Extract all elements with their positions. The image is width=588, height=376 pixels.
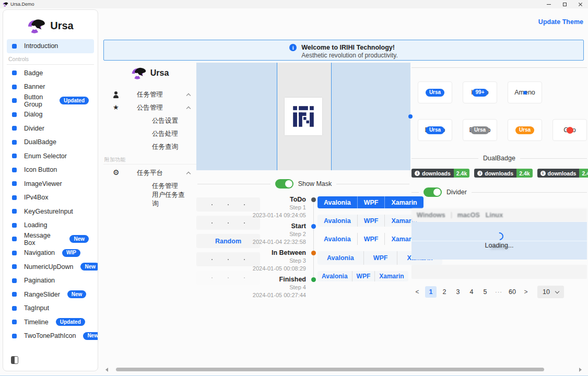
nav-menu-item[interactable]: 任务查询 [103, 140, 196, 154]
sidebar-item[interactable]: Icon Button [7, 163, 94, 177]
divider-line [411, 67, 587, 68]
bullet-icon [12, 126, 17, 131]
maximize-button[interactable] [557, 0, 572, 8]
button-xamarin[interactable]: Xamarin [374, 271, 408, 281]
button-avalonia[interactable]: Avalonia [317, 251, 363, 265]
page-button[interactable]: 4 [466, 286, 477, 298]
badge-text: Ursa [474, 127, 486, 133]
bullet-icon [12, 320, 17, 324]
scrollbar-thumb[interactable] [116, 368, 544, 371]
dual-badge: downloads 2.4k [537, 169, 588, 178]
page-button[interactable]: 5 [479, 286, 491, 298]
minimize-button[interactable] [541, 0, 557, 8]
divider-toggle[interactable] [424, 187, 442, 197]
scroll-right-arrow-icon[interactable] [579, 368, 582, 372]
button-wpf[interactable]: WPF [357, 215, 385, 227]
sidebar-item[interactable]: Timeline Updated [7, 315, 94, 330]
sidebar-item[interactable]: Banner [7, 80, 94, 94]
scroll-left-arrow-icon[interactable] [105, 368, 108, 372]
info-icon [289, 44, 297, 51]
sidebar-collapse-icon[interactable] [11, 356, 18, 364]
nav-menu-item[interactable]: 任务管理 [103, 88, 196, 101]
sidebar-item[interactable]: IPv4Box [7, 191, 94, 205]
ursa-logo-icon [131, 66, 147, 80]
sidebar-menu: Introduction Controls Badge Banner [3, 39, 98, 343]
sidebar-item[interactable]: RangeSlider New [7, 288, 94, 302]
sidebar-item[interactable]: DualBadge [7, 135, 94, 149]
sidebar-item[interactable]: Dialog [7, 108, 94, 122]
mask-left [196, 63, 277, 170]
sidebar-item[interactable]: Introduction [7, 39, 94, 53]
page-button[interactable]: 3 [452, 286, 464, 298]
nav-menu-item[interactable]: 任务平台 [103, 167, 196, 180]
irihi-logo [292, 105, 315, 128]
page-button[interactable]: 1 [425, 286, 437, 298]
timeline-demo: ToDo Step 1 2023-01-14 09:24:05 Start St… [196, 195, 317, 302]
dual-badge-key: downloads [548, 170, 577, 177]
status-badge: WIP [62, 249, 80, 257]
sidebar-item[interactable]: NumericUpDown New [7, 260, 94, 274]
button-avalonia[interactable]: Avalonia [317, 233, 357, 245]
sidebar-item[interactable]: Loading [7, 218, 94, 232]
sidebar-item-label: Badge [24, 69, 43, 77]
show-mask-toggle[interactable] [275, 179, 293, 189]
page-size-select[interactable]: 10 [537, 286, 564, 298]
sidebar-item[interactable]: ImageViewer [7, 177, 94, 191]
nav-menu-item[interactable]: 用户任务查询 [103, 193, 196, 206]
nav-menu-item[interactable]: 公告管理 [103, 101, 196, 114]
window-title: Ursa.Demo [10, 2, 34, 7]
button-avalonia[interactable]: Avalonia [317, 271, 352, 281]
divider-line [197, 184, 271, 184]
page-button[interactable]: < [411, 286, 423, 298]
chevron-up-icon[interactable] [186, 93, 191, 98]
chevron-up-icon[interactable] [186, 172, 191, 176]
timeline-step-time: 2024-01-05 00:08:29 [196, 265, 306, 273]
tab-linux[interactable]: Linux [486, 212, 503, 219]
page-button[interactable]: > [520, 286, 532, 298]
button-wpf[interactable]: WPF [363, 251, 397, 265]
timeline-step-time: 2023-01-14 09:24:05 [196, 212, 306, 219]
sidebar-item[interactable]: KeyGestureInput [7, 205, 94, 219]
update-theme-button[interactable]: Update Theme [538, 18, 583, 26]
sidebar-item[interactable]: Enum Selector [7, 149, 94, 163]
tab-windows[interactable]: Windows [417, 212, 445, 219]
nav-menu-item[interactable]: 公告处理 [103, 127, 196, 140]
button-avalonia[interactable]: Avalonia [317, 196, 357, 208]
nav-demo-logo-text: Ursa [150, 68, 169, 78]
bullet-icon [12, 278, 17, 283]
dual-badge-key: downloads [485, 170, 513, 177]
viewer-image [285, 98, 322, 135]
mask-right [331, 63, 410, 170]
sidebar-item[interactable]: Navigation WIP [7, 246, 94, 260]
button-wpf[interactable]: WPF [357, 196, 385, 208]
info-icon [477, 171, 483, 176]
sidebar-item[interactable]: Message Box New [7, 232, 94, 246]
nav-menu-item[interactable]: 附加功能 [103, 155, 196, 164]
page-button[interactable]: ··· [493, 286, 504, 298]
button-wpf[interactable]: WPF [352, 271, 375, 281]
main-area: Update Theme Welcome to IRIHI Technology… [98, 8, 588, 376]
timeline-dot [311, 224, 316, 229]
sidebar-item[interactable]: Button Group Updated [7, 94, 94, 108]
sidebar-item[interactable]: TwoTonePathIcon New [7, 329, 94, 343]
page-button[interactable]: 2 [439, 286, 450, 298]
nav-menu-item[interactable]: 公告设置 [103, 114, 196, 127]
badge-card: Ameno [508, 81, 542, 103]
badge: Ursa [426, 126, 444, 134]
sidebar-item[interactable]: Divider [7, 122, 94, 136]
sidebar-item[interactable]: Badge [7, 66, 94, 80]
horizontal-scrollbar[interactable] [105, 367, 586, 371]
chevron-up-icon[interactable] [186, 107, 191, 111]
sidebar-item[interactable]: Controls [7, 54, 94, 65]
timeline-step: In Between Step 3 2024-01-05 00:08:29 [196, 249, 317, 275]
button-avalonia[interactable]: Avalonia [317, 215, 357, 227]
sidebar-item[interactable]: Pagination [7, 274, 94, 288]
tab-macos[interactable]: macOS [457, 212, 480, 219]
page-button[interactable]: 60 [507, 286, 518, 298]
bullet-icon [12, 154, 17, 158]
image-viewer[interactable] [196, 63, 410, 170]
bullet-icon [12, 195, 17, 200]
button-wpf[interactable]: WPF [357, 233, 385, 245]
close-button[interactable] [572, 0, 588, 8]
sidebar-item[interactable]: TagInput [7, 301, 94, 315]
